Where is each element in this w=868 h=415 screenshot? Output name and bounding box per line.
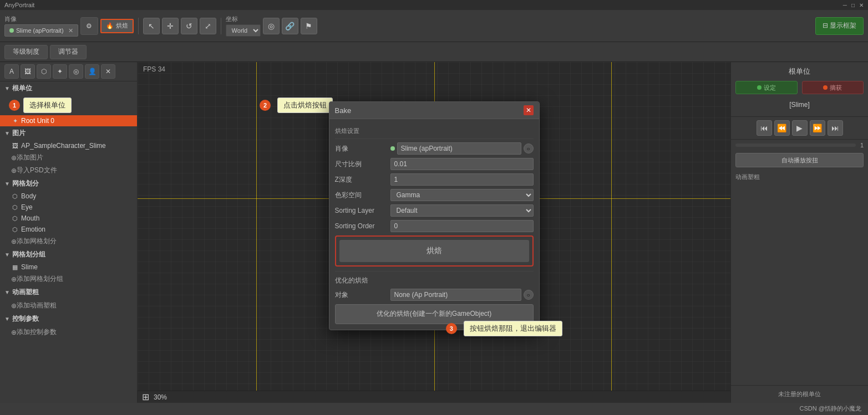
mesh-section-header[interactable]: ▼ 网格划分	[0, 177, 137, 191]
mesh-eye-item[interactable]: ⬡ Eye	[0, 202, 137, 213]
dialog-body: 烘焙设置 肖像 ○ 尺寸比例	[329, 119, 539, 330]
right-spacer	[731, 188, 868, 385]
capture-dot	[823, 85, 828, 90]
add-anim-btn[interactable]: ⊕ 添加动画塑粗	[0, 299, 137, 312]
portrait-section: 肖像 Slime (apPortrait) ✕	[4, 15, 78, 37]
root-unit-item[interactable]: ✦ Root Unit 0	[0, 115, 137, 126]
zdepth-row: Z深度	[335, 173, 534, 186]
mesh-body-item[interactable]: ⬡ Body	[0, 191, 137, 202]
bone-icon-btn[interactable]: ✦	[53, 64, 67, 79]
prev-frame-btn[interactable]: ⏪	[774, 120, 790, 136]
colorspace-field-value: Gamma	[390, 189, 534, 201]
capture-btn-label: 摘获	[830, 84, 842, 92]
person-icon-btn[interactable]: 👤	[85, 64, 99, 79]
unregistered-label: 未注册的根单位	[731, 385, 868, 403]
mesh-body-label: Body	[21, 192, 36, 200]
mesh-group-label: 网格划分组	[12, 250, 45, 259]
flag-btn[interactable]: ⚑	[301, 18, 317, 34]
optimize-label-row: 优化的烘焙	[335, 276, 534, 285]
add-anim-label: 添加动画塑粗	[17, 301, 57, 310]
portrait-name: Slime (apPortrait)	[16, 27, 64, 34]
camera-btn[interactable]: ◎	[263, 18, 280, 34]
auto-play-btn[interactable]: 自动播放按扭	[735, 153, 864, 167]
image-icon-btn[interactable]: 🖼	[21, 64, 35, 79]
add-control-btn[interactable]: ⊕ 添加控制参数	[0, 326, 137, 339]
colorspace-select[interactable]: Gamma	[390, 189, 534, 201]
dialog-close-btn[interactable]: ✕	[524, 105, 534, 115]
zdepth-input[interactable]	[390, 173, 534, 186]
coord-dropdown[interactable]: World	[226, 24, 261, 37]
move-tool-btn[interactable]: ✛	[162, 18, 179, 34]
bake-btn[interactable]: 🔥 烘焙	[100, 19, 134, 33]
colorspace-row: 色彩空间 Gamma	[335, 189, 534, 201]
set-btn[interactable]: 设定	[735, 81, 798, 94]
add-image-btn[interactable]: ⊕ 添加图片	[0, 151, 137, 164]
portrait-tab[interactable]: Slime (apPortrait) ✕	[4, 24, 78, 37]
root-unit-section-header[interactable]: ▼ 根单位	[0, 81, 137, 95]
target-select-btn[interactable]: ○	[524, 290, 534, 300]
progress-bar[interactable]	[735, 144, 856, 147]
text-icon-btn[interactable]: A	[4, 64, 19, 79]
mesh-icon-btn[interactable]: ⬡	[37, 64, 51, 79]
bake-action-btn[interactable]: 烘焙	[339, 240, 529, 262]
capture-btn[interactable]: 摘获	[802, 81, 864, 94]
sorting-layer-select[interactable]: Default	[390, 204, 534, 217]
image-item-icon: 🖼	[11, 142, 19, 150]
hierarchy-tab[interactable]: 等级制度	[4, 45, 48, 59]
gear-btn[interactable]: ⚙	[80, 17, 98, 35]
play-btn[interactable]: ▶	[792, 120, 808, 136]
next-frame-btn[interactable]: ⏩	[810, 120, 825, 136]
portrait-field-label: 肖像	[335, 144, 390, 153]
scale-tool-btn[interactable]: ⤢	[200, 18, 216, 34]
control-section-header[interactable]: ▼ 控制参数	[0, 312, 137, 326]
step1-tooltip: 选择根单位	[23, 98, 72, 113]
add-mesh-label: 添加网格划分	[17, 237, 57, 246]
maximize-btn[interactable]: □	[851, 2, 855, 8]
optimize-btn-line2: (创建一个新的GameObject)	[410, 310, 491, 319]
mesh-group-header[interactable]: ▼ 网格划分组	[0, 248, 137, 262]
dialog-title: Bake	[335, 106, 352, 115]
anim-section-header[interactable]: ▼ 动画塑粗	[0, 285, 137, 299]
portrait-input[interactable]	[397, 142, 521, 155]
scale-input[interactable]	[390, 158, 534, 170]
portrait-select-btn[interactable]: ○	[524, 144, 534, 153]
portrait-close[interactable]: ✕	[68, 27, 73, 34]
skip-start-btn[interactable]: ⏮	[757, 120, 772, 136]
mesh-eye-label: Eye	[21, 203, 33, 211]
mesh-mouth-item[interactable]: ⬡ Mouth	[0, 213, 137, 224]
mesh-mouth-label: Mouth	[21, 214, 39, 222]
scale-field-value	[390, 158, 534, 170]
import-psd-btn[interactable]: ⊕ 导入PSD文件	[0, 164, 137, 177]
circle-icon-btn[interactable]: ◎	[69, 64, 83, 79]
target-input[interactable]	[390, 289, 521, 301]
delete-icon-btn[interactable]: ✕	[101, 64, 115, 79]
bake-settings-label: 烘焙设置	[335, 125, 534, 139]
display-frame-btn[interactable]: ⊟ 显示框架	[815, 17, 864, 35]
portrait-field-value: ○	[390, 142, 534, 155]
dialog-overlay: Bake ✕ 烘焙设置 肖像 ○ 尺寸比例	[138, 62, 730, 403]
scale-row: 尺寸比例	[335, 158, 534, 170]
select-tool-btn[interactable]: ↖	[143, 18, 160, 34]
chain-btn[interactable]: 🔗	[282, 18, 298, 34]
window-controls[interactable]: ─ □ ✕	[843, 2, 864, 8]
add-mesh-btn[interactable]: ⊕ 添加网格划分	[0, 235, 137, 248]
mesh-emotion-item[interactable]: ⬡ Emotion	[0, 224, 137, 235]
rotate-tool-btn[interactable]: ↺	[181, 18, 197, 34]
coordinate-section: 坐标 World	[226, 15, 261, 37]
zdepth-field-label: Z深度	[335, 175, 390, 185]
minimize-btn[interactable]: ─	[843, 2, 847, 8]
portrait-row: 肖像 ○	[335, 142, 534, 155]
bake-dialog: Bake ✕ 烘焙设置 肖像 ○ 尺寸比例	[329, 101, 540, 330]
set-dot	[757, 85, 762, 90]
add-mesh-group-btn[interactable]: ⊕ 添加网格划分组	[0, 273, 137, 285]
canvas-area[interactable]: FPS 34 2 点击烘焙按钮 Bake ✕ 烘焙设置 肖像	[138, 62, 730, 403]
add-mesh-group-label: 添加网格划分组	[17, 274, 63, 284]
image-item[interactable]: 🖼 AP_SampleCharacter_Slime	[0, 140, 137, 151]
mesh-group-slime-item[interactable]: ▦ Slime	[0, 262, 137, 273]
close-btn[interactable]: ✕	[859, 2, 864, 8]
images-section-header[interactable]: ▼ 图片	[0, 126, 137, 140]
sorting-order-input[interactable]	[390, 220, 534, 232]
adjuster-tab[interactable]: 调节器	[50, 45, 87, 59]
separator2	[221, 18, 221, 34]
skip-end-btn[interactable]: ⏭	[828, 120, 843, 136]
